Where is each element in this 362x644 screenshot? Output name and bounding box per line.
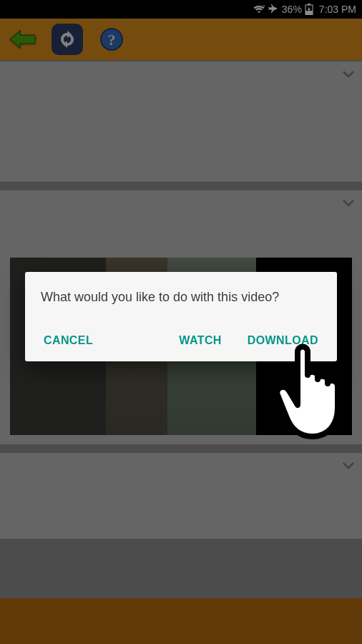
watch-button[interactable]: WATCH [176,327,224,354]
dialog-message: What would you like to do with this vide… [41,289,321,306]
cancel-button[interactable]: CANCEL [41,327,96,354]
download-button[interactable]: DOWNLOAD [245,327,321,354]
dialog-actions: CANCEL WATCH DOWNLOAD [41,327,321,354]
video-action-dialog: What would you like to do with this vide… [25,272,337,361]
